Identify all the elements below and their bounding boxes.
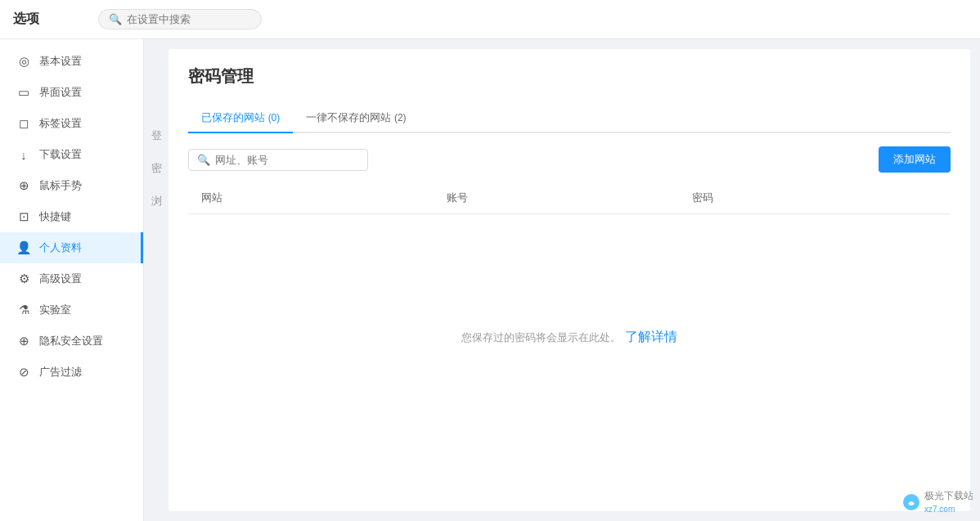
- sidebar-item-lab[interactable]: ⚗ 实验室: [0, 294, 143, 326]
- sidebar-item-label: 下载设置: [39, 147, 82, 162]
- sidebar-item-label: 个人资料: [39, 240, 82, 255]
- adblock-settings-icon: ⊘: [16, 365, 31, 380]
- section-label-login: 登: [144, 105, 169, 137]
- sidebar-item-download[interactable]: ↓ 下载设置: [0, 139, 143, 170]
- sidebar-item-interface[interactable]: ▭ 界面设置: [0, 77, 143, 108]
- table-search-wrap[interactable]: 🔍: [188, 149, 368, 171]
- sidebar-item-label: 广告过滤: [39, 365, 82, 380]
- search-icon: 🔍: [109, 13, 122, 25]
- section-labels: 登 密 浏: [144, 39, 169, 521]
- sidebar-item-shortcut[interactable]: ⊡ 快捷键: [0, 201, 143, 232]
- header-search-input[interactable]: [127, 13, 258, 25]
- basic-settings-icon: ◎: [16, 54, 31, 69]
- header: 选项 🔍: [0, 0, 980, 39]
- page-title: 选项: [13, 11, 79, 28]
- sidebar-item-label: 鼠标手势: [39, 178, 82, 193]
- layout: ◎ 基本设置 ▭ 界面设置 ◻ 标签设置 ↓ 下载设置 ⊕ 鼠标手势 ⊡ 快捷键…: [0, 39, 980, 521]
- header-search-bar[interactable]: 🔍: [98, 9, 262, 29]
- sidebar-item-label: 标签设置: [39, 116, 82, 131]
- sidebar-item-basic[interactable]: ◎ 基本设置: [0, 46, 143, 77]
- toolbar: 🔍 添加网站: [188, 146, 951, 173]
- sidebar-item-advanced[interactable]: ⚙ 高级设置: [0, 263, 143, 294]
- learn-more-link[interactable]: 了解详情: [625, 330, 677, 344]
- empty-state-message: 您保存过的密码将会显示在此处。 了解详情: [461, 329, 677, 346]
- watermark: 极光下载站 xz7.com: [901, 489, 973, 514]
- sidebar-item-adblock[interactable]: ⊘ 广告过滤: [0, 357, 143, 388]
- shortcut-settings-icon: ⊡: [16, 209, 31, 224]
- tab-never-save-sites[interactable]: 一律不保存的网站 (2): [293, 104, 419, 133]
- tabs-container: 已保存的网站 (0) 一律不保存的网站 (2): [188, 104, 951, 133]
- sidebar-item-label: 隐私安全设置: [39, 334, 103, 348]
- col-header-account: 账号: [447, 191, 692, 205]
- sidebar-item-label: 基本设置: [39, 54, 82, 69]
- col-header-password: 密码: [692, 191, 937, 205]
- section-label-password: 密: [144, 137, 169, 170]
- sidebar-item-mouse[interactable]: ⊕ 鼠标手势: [0, 170, 143, 201]
- sidebar-item-label: 快捷键: [39, 209, 71, 224]
- sidebar-item-profile[interactable]: 👤 个人资料: [0, 232, 143, 263]
- section-label-browser: 浏: [144, 170, 169, 203]
- sidebar-item-label: 高级设置: [39, 272, 82, 286]
- watermark-text: 极光下载站 xz7.com: [924, 489, 973, 514]
- sidebar: ◎ 基本设置 ▭ 界面设置 ◻ 标签设置 ↓ 下载设置 ⊕ 鼠标手势 ⊡ 快捷键…: [0, 39, 144, 521]
- table-search-input[interactable]: [215, 154, 359, 166]
- sidebar-item-label: 界面设置: [39, 85, 82, 100]
- col-header-website: 网站: [201, 191, 447, 205]
- advanced-settings-icon: ⚙: [16, 272, 31, 286]
- tab-saved-sites[interactable]: 已保存的网站 (0): [188, 104, 293, 133]
- watermark-icon: [901, 492, 921, 512]
- table-body-empty: 您保存过的密码将会显示在此处。 了解详情: [188, 214, 951, 460]
- table-search-icon: 🔍: [197, 154, 210, 166]
- profile-settings-icon: 👤: [16, 240, 31, 255]
- sidebar-item-privacy[interactable]: ⊕ 隐私安全设置: [0, 326, 143, 357]
- content-area: 密码管理 已保存的网站 (0) 一律不保存的网站 (2) 🔍 添加网站: [169, 49, 970, 511]
- interface-settings-icon: ▭: [16, 85, 31, 100]
- main-area: 登 密 浏 密码管理 已保存的网站 (0) 一律不保存的网站 (2): [144, 39, 980, 521]
- sidebar-item-tags[interactable]: ◻ 标签设置: [0, 108, 143, 139]
- lab-settings-icon: ⚗: [16, 303, 31, 317]
- table-header: 网站 账号 密码: [188, 182, 951, 214]
- tags-settings-icon: ◻: [16, 116, 31, 131]
- content-title: 密码管理: [188, 65, 951, 88]
- download-settings-icon: ↓: [16, 148, 31, 162]
- privacy-settings-icon: ⊕: [16, 334, 31, 348]
- add-site-button[interactable]: 添加网站: [879, 146, 951, 173]
- sidebar-item-label: 实验室: [39, 303, 71, 317]
- empty-text: 您保存过的密码将会显示在此处。: [461, 331, 621, 344]
- mouse-settings-icon: ⊕: [16, 178, 31, 193]
